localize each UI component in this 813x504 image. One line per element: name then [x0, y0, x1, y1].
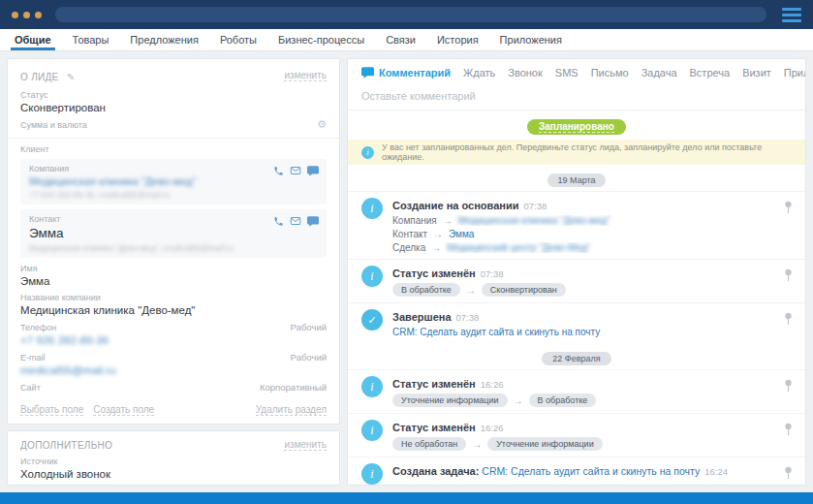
nav-tab[interactable]: История: [426, 29, 489, 50]
status-badge: Сконвертирован: [482, 283, 566, 297]
timeline-tab[interactable]: Задача: [641, 67, 677, 79]
planned-badge-label: Запланировано: [539, 121, 614, 133]
status-badge: В обработке: [529, 394, 597, 407]
timeline-entry: iСтатус изменён16:26Не обработан→Уточнен…: [348, 413, 805, 457]
status-change-row: Не обработан→Уточнение информации: [392, 437, 772, 451]
timeline-tab[interactable]: Звонок: [508, 67, 543, 79]
entry-title-line: Создана задача:CRM: Сделать аудит сайта …: [392, 463, 772, 478]
entry-body: Статус изменён16:26Не обработан→Уточнени…: [392, 420, 772, 451]
arrow-icon: →: [433, 229, 443, 239]
entry-title: Создание на основании: [392, 200, 518, 211]
timeline-tab[interactable]: Визит: [742, 67, 771, 79]
contact-card[interactable]: Контакт Эмма Медицинская клиника "Дево-м…: [20, 209, 327, 258]
entry-body: Статус изменён16:26Уточнение информации→…: [392, 376, 772, 407]
timeline-tab[interactable]: Письмо: [591, 67, 629, 79]
pin-icon[interactable]: [784, 201, 793, 218]
pin-icon[interactable]: [784, 379, 793, 396]
contact-name[interactable]: Эмма: [29, 226, 318, 240]
arrow-icon: →: [472, 439, 482, 450]
timeline-tab-label: Встреча: [690, 67, 731, 79]
timeline-tab[interactable]: SMS: [555, 67, 578, 79]
timeline-list: 19 МартаiСоздание на основании07:38Компа…: [348, 165, 805, 485]
company-name-link[interactable]: Медицинская клиника "Дево-мед": [29, 175, 318, 187]
timeline-tab-label: Ждать: [463, 67, 495, 79]
pin-icon[interactable]: [784, 268, 793, 286]
comment-bubble-icon: [361, 67, 374, 79]
chat-icon[interactable]: [307, 216, 319, 227]
nav-tab[interactable]: Товары: [62, 29, 120, 50]
email-icon[interactable]: [290, 165, 301, 176]
email-icon[interactable]: [290, 215, 301, 227]
nav-tab[interactable]: Предложения: [119, 29, 209, 50]
pin-icon[interactable]: [784, 423, 793, 440]
task-link[interactable]: CRM: Сделать аудит сайта и скинуть на по…: [482, 465, 700, 477]
create-field-link[interactable]: Создать поле: [93, 404, 154, 416]
entry-title: Завершена: [392, 311, 452, 323]
status-badge: Не обработан: [392, 437, 466, 451]
phone-icon[interactable]: [273, 166, 284, 176]
phone-value[interactable]: +7 926 282-89-36: [20, 334, 327, 346]
timeline-tab-label: Комментарий: [379, 67, 451, 79]
company-card[interactable]: Компания Медицинская клиника "Дево-мед" …: [20, 159, 327, 205]
site-field-label: Сайт: [20, 383, 41, 393]
contact-actions: [273, 215, 319, 227]
phone-icon[interactable]: [273, 216, 284, 227]
date-divider: 22 Февраля: [348, 343, 805, 369]
entity-link[interactable]: Эмма: [449, 229, 474, 239]
timeline-tab[interactable]: Встреча: [690, 67, 731, 79]
entity-link[interactable]: Медицинский центр "Дево-Мед": [447, 242, 590, 253]
source-value: Холодный звонок: [20, 468, 327, 480]
entry-title: Статус изменён: [392, 422, 476, 433]
planned-badge[interactable]: Запланировано: [527, 119, 626, 135]
edit-lead-link[interactable]: изменить: [284, 70, 327, 81]
lead-section-title: О ЛИДЕ: [20, 72, 59, 82]
info-icon: i: [361, 266, 383, 287]
pin-icon[interactable]: [784, 466, 793, 484]
company-actions: [273, 165, 319, 176]
entry-body: Статус изменён07:38В обработке→Сконверти…: [392, 266, 772, 297]
phone-field-label: Телефон: [20, 323, 56, 332]
edit-additional-link[interactable]: изменить: [284, 439, 327, 451]
nav-tab[interactable]: Приложения: [489, 29, 573, 50]
status-value: Сконвертирован: [20, 102, 327, 113]
menu-icon[interactable]: [782, 8, 801, 22]
timeline-tab-label: Звонок: [508, 67, 543, 79]
pin-icon[interactable]: [784, 312, 793, 330]
entity-link[interactable]: Медицинская клиника "Дево-мед": [458, 215, 610, 226]
status-change-row: Уточнение информации→В обработке: [392, 394, 772, 407]
entry-title-line: Статус изменён07:38: [392, 266, 772, 280]
entry-title-line: Завершена07:38: [392, 309, 772, 324]
pencil-icon[interactable]: ✎: [67, 72, 75, 82]
task-row: CRM: Сделать аудит сайта и скинуть на по…: [392, 327, 772, 337]
additional-panel: ДОПОЛНИТЕЛЬНО изменить Источник Холодный…: [7, 430, 340, 486]
nav-tab[interactable]: Связи: [375, 29, 426, 50]
nav-tab[interactable]: Бизнес-процессы: [267, 29, 375, 50]
entry-time: 07:38: [481, 268, 504, 279]
nav-tab[interactable]: Общие: [4, 29, 62, 50]
comment-input[interactable]: Оставьте комментарий: [348, 85, 805, 110]
arrow-icon: →: [431, 242, 441, 253]
select-field-link[interactable]: Выбрать поле: [20, 404, 83, 416]
gear-icon[interactable]: ⚙: [317, 119, 327, 130]
arrow-icon: →: [443, 215, 453, 226]
entry-time: 16:24: [704, 466, 728, 477]
timeline-tab[interactable]: Ждать: [463, 67, 495, 79]
address-bar[interactable]: [55, 7, 766, 22]
status-label: Статус: [20, 90, 327, 100]
status-badge: В обработке: [392, 283, 460, 297]
lead-column: О ЛИДЕ ✎ изменить Статус Сконвертирован …: [7, 58, 340, 486]
relation-label: Сделка: [392, 242, 425, 253]
timeline-tab[interactable]: Приложения: [784, 67, 806, 79]
timeline-entry: iСоздана задача:CRM: Сделать аудит сайта…: [348, 457, 805, 485]
window-dot: [12, 12, 18, 18]
timeline-tab[interactable]: Комментарий: [361, 67, 451, 79]
delete-section-link[interactable]: Удалить раздел: [256, 404, 327, 416]
info-icon: i: [361, 463, 383, 485]
lead-panel-header: О ЛИДЕ ✎ изменить: [20, 67, 327, 84]
task-link[interactable]: CRM: Сделать аудит сайта и скинуть на по…: [392, 327, 600, 337]
info-icon: i: [361, 420, 383, 441]
entry-time: 16:26: [481, 423, 504, 433]
chat-icon[interactable]: [307, 166, 319, 176]
nav-tab[interactable]: Роботы: [209, 29, 267, 50]
email-value[interactable]: medical55@mail.ru: [20, 364, 327, 376]
